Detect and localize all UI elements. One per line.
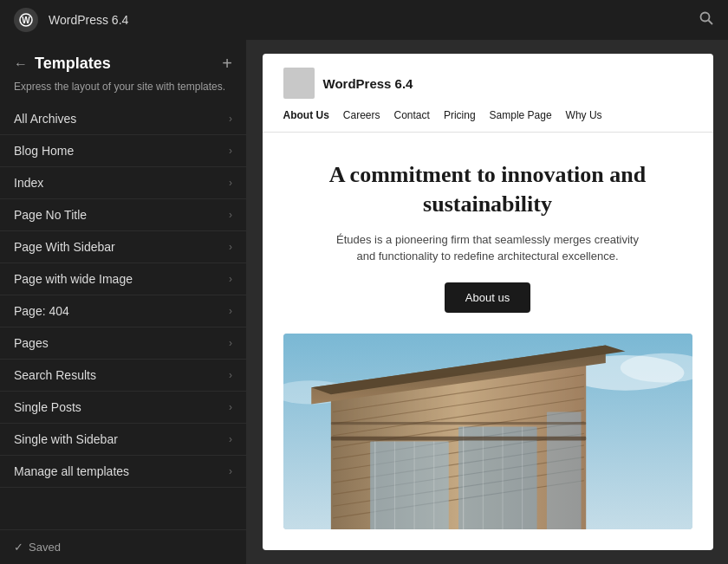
- main-layout: ← Templates + Express the layout of your…: [0, 40, 728, 564]
- top-bar: W WordPress 6.4: [0, 0, 728, 40]
- about-us-button[interactable]: About us: [445, 282, 530, 313]
- chevron-right-icon: ›: [229, 145, 232, 157]
- building-image: [283, 334, 692, 529]
- sidebar-item-label: Single with Sidebar: [14, 432, 118, 446]
- sidebar-item-index[interactable]: Index ›: [0, 167, 246, 199]
- svg-text:W: W: [22, 16, 30, 25]
- site-logo: [283, 68, 315, 99]
- sidebar-header: ← Templates +: [0, 40, 246, 81]
- sidebar-item-label: Single Posts: [14, 400, 81, 414]
- sidebar-item-label: All Archives: [14, 112, 76, 126]
- sidebar-item-label: Search Results: [14, 368, 96, 382]
- nav-link-about-us[interactable]: About Us: [283, 109, 329, 121]
- sidebar-item-pages[interactable]: Pages ›: [0, 327, 246, 360]
- chevron-right-icon: ›: [229, 177, 232, 189]
- sidebar-item-single-with-sidebar[interactable]: Single with Sidebar ›: [0, 424, 246, 456]
- hero-subtitle: Études is a pioneering firm that seamles…: [332, 231, 644, 265]
- preview-frame: WordPress 6.4 About UsCareersContactPric…: [263, 54, 713, 550]
- sidebar-item-label: Index: [14, 176, 43, 190]
- sidebar-item-label: Blog Home: [14, 144, 74, 158]
- chevron-right-icon: ›: [229, 305, 232, 317]
- sidebar-item-label: Page With Sidebar: [14, 240, 115, 254]
- sidebar-item-label: Page No Title: [14, 208, 87, 222]
- sidebar-item-label: Manage all templates: [14, 464, 129, 478]
- saved-check-icon: ✓: [14, 541, 23, 554]
- saved-label: Saved: [29, 541, 61, 554]
- chevron-right-icon: ›: [229, 113, 232, 125]
- svg-rect-21: [370, 441, 449, 529]
- preview-panel: WordPress 6.4 About UsCareersContactPric…: [247, 40, 728, 564]
- svg-rect-22: [458, 426, 537, 529]
- search-icon[interactable]: [699, 10, 714, 29]
- chevron-right-icon: ›: [229, 465, 232, 477]
- sidebar-title: Templates: [35, 55, 111, 73]
- nav-link-contact[interactable]: Contact: [394, 109, 430, 121]
- chevron-right-icon: ›: [229, 369, 232, 381]
- svg-rect-32: [330, 436, 585, 440]
- hero-section: A commitment to innovation and sustainab…: [263, 133, 713, 334]
- chevron-right-icon: ›: [229, 273, 232, 285]
- sidebar-item-label: Page: 404: [14, 304, 69, 318]
- sidebar-subtitle: Express the layout of your site with tem…: [0, 81, 246, 103]
- sidebar-item-blog-home[interactable]: Blog Home ›: [0, 135, 246, 167]
- sidebar-item-label: Pages: [14, 336, 49, 350]
- back-button[interactable]: ←: [14, 56, 28, 72]
- nav-link-careers[interactable]: Careers: [343, 109, 380, 121]
- sidebar-item-page-with-wide-image[interactable]: Page with wide Image ›: [0, 263, 246, 295]
- top-bar-title: WordPress 6.4: [49, 13, 128, 27]
- sidebar-item-all-archives[interactable]: All Archives ›: [0, 103, 246, 135]
- chevron-right-icon: ›: [229, 209, 232, 221]
- svg-rect-23: [546, 412, 581, 529]
- sidebar-item-manage-all-templates[interactable]: Manage all templates ›: [0, 456, 246, 488]
- chevron-right-icon: ›: [229, 401, 232, 413]
- site-header: WordPress 6.4 About UsCareersContactPric…: [263, 54, 713, 133]
- sidebar-item-page-no-title[interactable]: Page No Title ›: [0, 199, 246, 231]
- site-name: WordPress 6.4: [323, 76, 413, 91]
- site-nav: About UsCareersContactPricingSample Page…: [283, 109, 692, 121]
- sidebar-item-search-results[interactable]: Search Results ›: [0, 360, 246, 392]
- add-template-button[interactable]: +: [222, 54, 232, 74]
- nav-link-why-us[interactable]: Why Us: [566, 109, 602, 121]
- sidebar: ← Templates + Express the layout of your…: [0, 40, 247, 564]
- sidebar-item-page-with-sidebar[interactable]: Page With Sidebar ›: [0, 231, 246, 263]
- svg-line-3: [709, 21, 713, 25]
- nav-link-pricing[interactable]: Pricing: [444, 109, 476, 121]
- svg-rect-33: [330, 421, 585, 424]
- sidebar-footer: ✓ Saved: [0, 529, 246, 564]
- chevron-right-icon: ›: [229, 337, 232, 349]
- nav-link-sample-page[interactable]: Sample Page: [490, 109, 552, 121]
- svg-point-2: [701, 13, 710, 22]
- sidebar-list: All Archives › Blog Home › Index › Page …: [0, 103, 246, 529]
- wp-logo: W: [14, 8, 38, 32]
- sidebar-item-single-posts[interactable]: Single Posts ›: [0, 392, 246, 424]
- sidebar-item-label: Page with wide Image: [14, 272, 133, 286]
- sidebar-header-left: ← Templates: [14, 55, 111, 73]
- chevron-right-icon: ›: [229, 433, 232, 445]
- chevron-right-icon: ›: [229, 241, 232, 253]
- site-branding: WordPress 6.4: [283, 68, 692, 99]
- sidebar-item-page:-404[interactable]: Page: 404 ›: [0, 295, 246, 327]
- hero-title: A commitment to innovation and sustainab…: [283, 160, 692, 219]
